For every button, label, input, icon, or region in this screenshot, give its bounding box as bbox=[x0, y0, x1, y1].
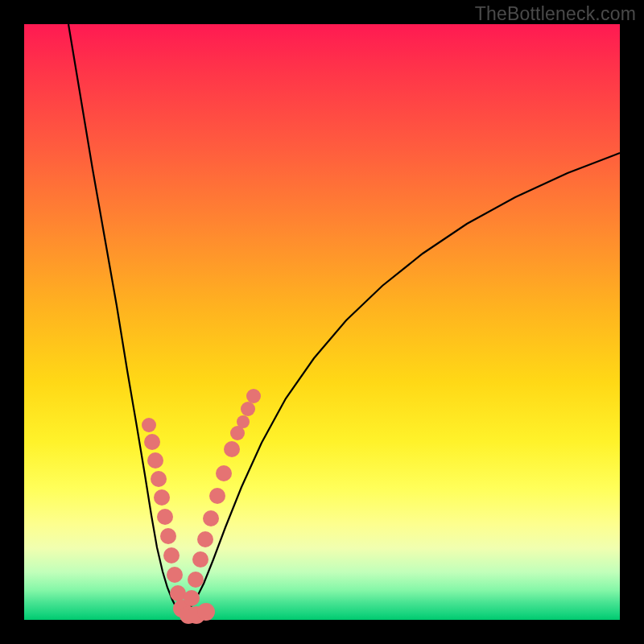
marker-dot bbox=[237, 415, 250, 428]
marker-dot bbox=[167, 567, 183, 583]
marker-dot bbox=[147, 452, 163, 469]
plot-area bbox=[24, 24, 620, 620]
marker-dot bbox=[241, 402, 255, 416]
marker-dot bbox=[184, 590, 200, 606]
marker-dot bbox=[197, 531, 213, 547]
watermark-text: TheBottleneck.com bbox=[475, 3, 636, 25]
chart-frame: TheBottleneck.com bbox=[0, 0, 644, 644]
marker-dot bbox=[170, 585, 186, 601]
marker-dot bbox=[224, 441, 240, 457]
marker-dot bbox=[216, 465, 232, 481]
curve-left bbox=[68, 24, 182, 616]
marker-dot bbox=[192, 551, 208, 568]
marker-dot bbox=[160, 528, 176, 544]
marker-dot bbox=[144, 434, 160, 450]
marker-dot bbox=[142, 418, 156, 432]
marker-dot bbox=[203, 510, 219, 526]
marker-dot bbox=[246, 389, 261, 403]
curve-right bbox=[182, 153, 620, 616]
marker-dot bbox=[157, 509, 173, 525]
marker-dot bbox=[209, 488, 225, 504]
marker-dot bbox=[163, 547, 180, 564]
marker-dot bbox=[188, 572, 204, 588]
marker-dot bbox=[197, 603, 215, 621]
curve-layer bbox=[24, 24, 620, 620]
marker-dot bbox=[154, 489, 170, 506]
marker-dot bbox=[151, 471, 167, 487]
